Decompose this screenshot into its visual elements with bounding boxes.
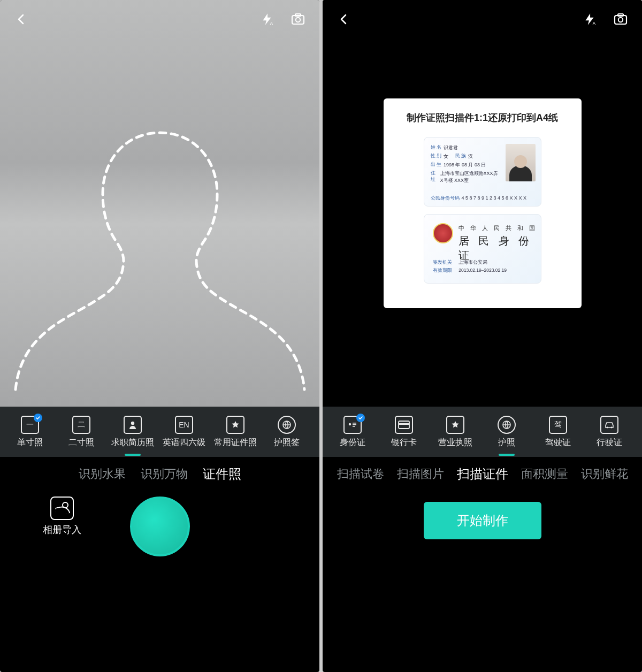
svg-point-3 <box>296 18 300 22</box>
chip-passport-visa[interactable]: 护照签 <box>261 414 312 450</box>
card-icon <box>395 416 413 434</box>
chip-license[interactable]: 营业执照 <box>430 414 481 450</box>
id-preview-panel: 制作证照扫描件1:1还原打印到A4纸 姓 名识君君 性 别女 民 族汉 出 生1… <box>384 98 582 308</box>
flash-icon[interactable]: A <box>256 9 278 30</box>
chip-label: 驾驶证 <box>545 437 571 448</box>
chip-label: 护照签 <box>274 437 300 448</box>
chip-drive-license[interactable]: 驾 驾驶证 <box>532 414 584 450</box>
top-bar: A <box>0 0 319 39</box>
chip-label: 单寸照 <box>17 437 43 448</box>
svg-rect-11 <box>353 423 356 424</box>
svg-point-10 <box>349 423 351 425</box>
svg-point-9 <box>618 18 623 22</box>
svg-point-17 <box>607 426 608 428</box>
drive-icon: 驾 <box>549 416 567 434</box>
chip-cet[interactable]: EN 英语四六级 <box>158 414 210 450</box>
mode-scan-exam[interactable]: 扫描试卷 <box>337 466 384 482</box>
car-icon <box>600 416 618 434</box>
check-badge-icon <box>356 414 365 422</box>
mode-everything[interactable]: 识别万物 <box>141 466 188 482</box>
mode-area[interactable]: 面积测量 <box>521 466 568 482</box>
screen-right: 制作证照扫描件1:1还原打印到A4纸 姓 名识君君 性 别女 民 族汉 出 生1… <box>323 0 642 672</box>
mode-flower[interactable]: 识别鲜花 <box>581 466 628 482</box>
svg-rect-15 <box>399 423 409 425</box>
mode-scan-id[interactable]: 扫描证件 <box>457 465 508 483</box>
svg-rect-7 <box>615 16 626 24</box>
chip-label: 行驶证 <box>597 437 622 448</box>
two-inch-icon: 二 <box>72 416 90 434</box>
globe-icon <box>278 416 296 434</box>
screen-left: A 一 单寸照 二 二寸照 求职简历照 EN 英语四六级 <box>0 0 319 672</box>
chip-label: 求职简历照 <box>111 437 154 448</box>
chip-bankcard[interactable]: 银行卡 <box>378 414 430 450</box>
svg-rect-12 <box>353 424 356 425</box>
start-button[interactable]: 开始制作 <box>424 502 541 539</box>
svg-point-18 <box>611 426 613 428</box>
chip-vehicle-license[interactable]: 行驶证 <box>584 414 635 450</box>
shutter-button[interactable] <box>130 497 190 556</box>
globe-icon <box>498 416 516 434</box>
chip-label: 身份证 <box>340 437 365 448</box>
emblem-icon <box>433 223 453 243</box>
gallery-import-button[interactable]: 相册导入 <box>43 497 81 536</box>
person-outline-guide <box>10 52 310 395</box>
chip-label: 营业执照 <box>438 437 472 448</box>
scan-preview: 制作证照扫描件1:1还原打印到A4纸 姓 名识君君 性 别女 民 族汉 出 生1… <box>323 0 642 407</box>
chip-one-inch[interactable]: 一 单寸照 <box>4 414 56 450</box>
id-card-front: 姓 名识君君 性 别女 民 族汉 出 生1998 年 08 月 08 日 住 址… <box>424 137 541 207</box>
camera-switch-icon[interactable] <box>287 9 309 30</box>
chip-label: 银行卡 <box>391 437 417 448</box>
chip-idcard[interactable]: 身份证 <box>327 414 378 450</box>
id-card-back: 中 华 人 民 共 和 国 居 民 身 份 证 签发机关 上海市公安局 有效期限… <box>424 214 541 284</box>
svg-text:A: A <box>592 21 595 26</box>
chip-common[interactable]: 常用证件照 <box>210 414 261 450</box>
mode-idphoto[interactable]: 证件照 <box>203 465 241 483</box>
chip-resume[interactable]: 求职简历照 <box>107 414 158 450</box>
star-icon <box>446 416 464 434</box>
svg-point-4 <box>131 421 134 424</box>
back-button[interactable] <box>333 9 355 30</box>
mode-fruit[interactable]: 识别水果 <box>79 466 126 482</box>
country-title: 中 华 人 民 共 和 国 <box>458 224 537 232</box>
svg-text:A: A <box>270 21 273 26</box>
mode-tabs[interactable]: 扫描试卷 扫描图片 扫描证件 面积测量 识别鲜花 <box>323 457 642 491</box>
en-icon: EN <box>175 416 193 434</box>
star-icon <box>226 416 244 434</box>
id-photo <box>506 144 536 181</box>
person-icon <box>124 416 142 434</box>
idcard-icon <box>343 416 362 434</box>
check-badge-icon <box>34 414 42 422</box>
bottom-actions: 开始制作 <box>323 491 642 672</box>
mode-tabs[interactable]: 识别水果 识别万物 证件照 <box>0 457 319 491</box>
panel-title: 制作证照扫描件1:1还原打印到A4纸 <box>395 111 570 124</box>
mode-scan-image[interactable]: 扫描图片 <box>397 466 444 482</box>
chip-label: 英语四六级 <box>163 437 205 448</box>
bottom-actions: 相册导入 <box>0 491 319 672</box>
camera-viewfinder <box>0 0 319 407</box>
svg-rect-1 <box>292 16 304 24</box>
gallery-icon <box>50 497 74 520</box>
camera-switch-icon[interactable] <box>610 9 631 30</box>
chip-passport[interactable]: 护照 <box>481 414 532 450</box>
flash-icon[interactable]: A <box>579 9 600 30</box>
gallery-label: 相册导入 <box>43 523 81 536</box>
chip-two-inch[interactable]: 二 二寸照 <box>56 414 107 450</box>
doc-type-tabs[interactable]: 一 单寸照 二 二寸照 求职简历照 EN 英语四六级 常用证件照 <box>0 407 319 457</box>
start-label: 开始制作 <box>457 512 508 529</box>
chip-label: 二寸照 <box>68 437 94 448</box>
top-bar: A <box>323 0 642 39</box>
doc-type-tabs[interactable]: 身份证 银行卡 营业执照 护照 驾 驾驶证 <box>323 407 642 457</box>
chip-label: 常用证件照 <box>214 437 257 448</box>
back-button[interactable] <box>11 9 32 30</box>
svg-rect-13 <box>353 426 355 427</box>
chip-label: 护照 <box>498 437 515 448</box>
one-inch-icon: 一 <box>21 416 39 434</box>
